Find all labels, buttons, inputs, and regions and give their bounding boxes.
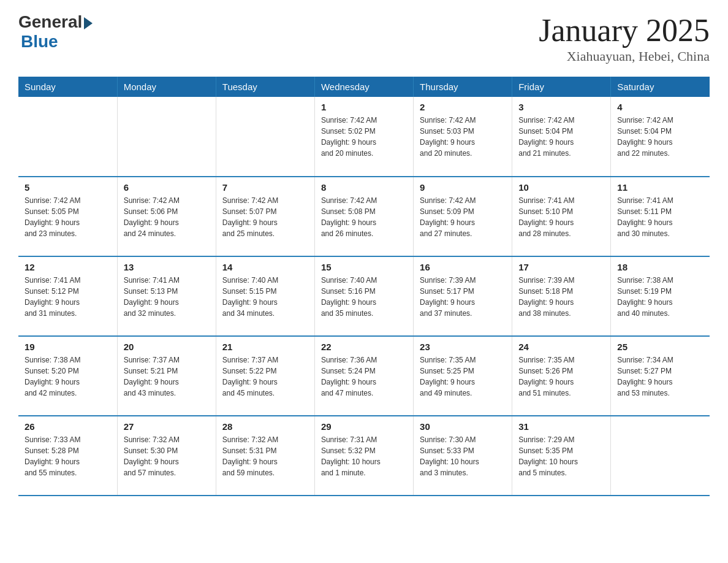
day-info: Sunrise: 7:30 AMSunset: 5:33 PMDaylight:…: [420, 434, 506, 478]
day-info: Sunrise: 7:42 AMSunset: 5:04 PMDaylight:…: [617, 115, 703, 159]
calendar-cell: 29Sunrise: 7:31 AMSunset: 5:32 PMDayligh…: [314, 416, 413, 496]
day-number: 26: [25, 421, 111, 432]
day-info: Sunrise: 7:40 AMSunset: 5:16 PMDaylight:…: [321, 275, 407, 319]
calendar-header-friday: Friday: [512, 77, 611, 97]
day-number: 23: [420, 342, 506, 352]
calendar-header-monday: Monday: [117, 77, 216, 97]
logo-general-text: General: [18, 12, 82, 32]
calendar-cell: 16Sunrise: 7:39 AMSunset: 5:17 PMDayligh…: [414, 256, 512, 336]
day-number: 4: [617, 102, 703, 112]
day-info: Sunrise: 7:35 AMSunset: 5:25 PMDaylight:…: [420, 354, 506, 399]
logo-arrow-icon: [84, 17, 93, 29]
day-info: Sunrise: 7:41 AMSunset: 5:10 PMDaylight:…: [518, 195, 604, 239]
day-info: Sunrise: 7:42 AMSunset: 5:03 PMDaylight:…: [420, 115, 506, 159]
day-number: 16: [420, 262, 506, 272]
day-info: Sunrise: 7:42 AMSunset: 5:04 PMDaylight:…: [518, 115, 604, 159]
day-info: Sunrise: 7:42 AMSunset: 5:08 PMDaylight:…: [321, 195, 407, 239]
calendar-cell: 20Sunrise: 7:37 AMSunset: 5:21 PMDayligh…: [117, 336, 216, 416]
calendar-header-thursday: Thursday: [414, 77, 512, 97]
calendar-cell: 24Sunrise: 7:35 AMSunset: 5:26 PMDayligh…: [512, 336, 611, 416]
calendar-cell: 30Sunrise: 7:30 AMSunset: 5:33 PMDayligh…: [414, 416, 512, 496]
calendar-cell: 19Sunrise: 7:38 AMSunset: 5:20 PMDayligh…: [18, 336, 117, 416]
day-info: Sunrise: 7:40 AMSunset: 5:15 PMDaylight:…: [222, 275, 308, 319]
calendar-cell: 18Sunrise: 7:38 AMSunset: 5:19 PMDayligh…: [611, 256, 710, 336]
calendar-cell: 17Sunrise: 7:39 AMSunset: 5:18 PMDayligh…: [512, 256, 611, 336]
calendar-cell: 23Sunrise: 7:35 AMSunset: 5:25 PMDayligh…: [414, 336, 512, 416]
calendar-cell: [18, 97, 117, 177]
day-info: Sunrise: 7:42 AMSunset: 5:06 PMDaylight:…: [124, 195, 210, 239]
day-number: 12: [25, 262, 111, 272]
calendar-cell: 1Sunrise: 7:42 AMSunset: 5:02 PMDaylight…: [314, 97, 413, 177]
calendar-cell: 6Sunrise: 7:42 AMSunset: 5:06 PMDaylight…: [117, 177, 216, 256]
calendar-cell: 5Sunrise: 7:42 AMSunset: 5:05 PMDaylight…: [18, 177, 117, 256]
day-number: 25: [617, 342, 703, 352]
calendar-cell: 2Sunrise: 7:42 AMSunset: 5:03 PMDaylight…: [414, 97, 512, 177]
calendar-cell: 4Sunrise: 7:42 AMSunset: 5:04 PMDaylight…: [611, 97, 710, 177]
calendar-cell: 27Sunrise: 7:32 AMSunset: 5:30 PMDayligh…: [117, 416, 216, 496]
day-info: Sunrise: 7:33 AMSunset: 5:28 PMDaylight:…: [25, 434, 111, 478]
day-number: 8: [321, 182, 407, 193]
calendar-header-tuesday: Tuesday: [216, 77, 314, 97]
calendar-subtitle: Xiahuayuan, Hebei, China: [539, 48, 710, 64]
day-info: Sunrise: 7:41 AMSunset: 5:13 PMDaylight:…: [124, 275, 210, 319]
calendar-cell: 14Sunrise: 7:40 AMSunset: 5:15 PMDayligh…: [216, 256, 314, 336]
calendar-header-wednesday: Wednesday: [314, 77, 413, 97]
day-info: Sunrise: 7:35 AMSunset: 5:26 PMDaylight:…: [518, 354, 604, 399]
calendar-week-row: 5Sunrise: 7:42 AMSunset: 5:05 PMDaylight…: [18, 177, 710, 256]
day-info: Sunrise: 7:41 AMSunset: 5:12 PMDaylight:…: [25, 275, 111, 319]
day-info: Sunrise: 7:32 AMSunset: 5:31 PMDaylight:…: [222, 434, 308, 478]
calendar-cell: 31Sunrise: 7:29 AMSunset: 5:35 PMDayligh…: [512, 416, 611, 496]
title-block: January 2025 Xiahuayuan, Hebei, China: [539, 12, 710, 64]
calendar-cell: 7Sunrise: 7:42 AMSunset: 5:07 PMDaylight…: [216, 177, 314, 256]
day-info: Sunrise: 7:38 AMSunset: 5:20 PMDaylight:…: [25, 354, 111, 399]
day-number: 21: [222, 342, 308, 352]
day-info: Sunrise: 7:42 AMSunset: 5:02 PMDaylight:…: [321, 115, 407, 159]
calendar-header-sunday: Sunday: [18, 77, 117, 97]
calendar-cell: [611, 416, 710, 496]
day-info: Sunrise: 7:41 AMSunset: 5:11 PMDaylight:…: [617, 195, 703, 239]
day-number: 2: [420, 102, 506, 112]
day-number: 22: [321, 342, 407, 352]
day-number: 20: [124, 342, 210, 352]
day-info: Sunrise: 7:42 AMSunset: 5:07 PMDaylight:…: [222, 195, 308, 239]
day-number: 3: [518, 102, 604, 112]
calendar-cell: 21Sunrise: 7:37 AMSunset: 5:22 PMDayligh…: [216, 336, 314, 416]
day-number: 31: [518, 421, 604, 432]
calendar-header-saturday: Saturday: [611, 77, 710, 97]
calendar-cell: 26Sunrise: 7:33 AMSunset: 5:28 PMDayligh…: [18, 416, 117, 496]
calendar-cell: 10Sunrise: 7:41 AMSunset: 5:10 PMDayligh…: [512, 177, 611, 256]
calendar-cell: 15Sunrise: 7:40 AMSunset: 5:16 PMDayligh…: [314, 256, 413, 336]
day-info: Sunrise: 7:29 AMSunset: 5:35 PMDaylight:…: [518, 434, 604, 478]
calendar-cell: 12Sunrise: 7:41 AMSunset: 5:12 PMDayligh…: [18, 256, 117, 336]
calendar-cell: [216, 97, 314, 177]
day-info: Sunrise: 7:42 AMSunset: 5:09 PMDaylight:…: [420, 195, 506, 239]
day-info: Sunrise: 7:42 AMSunset: 5:05 PMDaylight:…: [25, 195, 111, 239]
day-number: 29: [321, 421, 407, 432]
day-number: 10: [518, 182, 604, 193]
page-header: General Blue January 2025 Xiahuayuan, He…: [18, 12, 710, 64]
day-number: 18: [617, 262, 703, 272]
logo: General Blue: [18, 12, 93, 52]
calendar-week-row: 26Sunrise: 7:33 AMSunset: 5:28 PMDayligh…: [18, 416, 710, 496]
calendar-cell: 13Sunrise: 7:41 AMSunset: 5:13 PMDayligh…: [117, 256, 216, 336]
calendar-cell: 9Sunrise: 7:42 AMSunset: 5:09 PMDaylight…: [414, 177, 512, 256]
day-number: 11: [617, 182, 703, 193]
calendar-title: January 2025: [539, 12, 710, 48]
day-number: 19: [25, 342, 111, 352]
day-number: 24: [518, 342, 604, 352]
day-number: 13: [124, 262, 210, 272]
day-info: Sunrise: 7:38 AMSunset: 5:19 PMDaylight:…: [617, 275, 703, 319]
calendar-cell: 3Sunrise: 7:42 AMSunset: 5:04 PMDaylight…: [512, 97, 611, 177]
day-info: Sunrise: 7:32 AMSunset: 5:30 PMDaylight:…: [124, 434, 210, 478]
calendar-cell: 25Sunrise: 7:34 AMSunset: 5:27 PMDayligh…: [611, 336, 710, 416]
calendar-week-row: 12Sunrise: 7:41 AMSunset: 5:12 PMDayligh…: [18, 256, 710, 336]
logo-blue-text: Blue: [21, 32, 93, 52]
calendar-cell: 28Sunrise: 7:32 AMSunset: 5:31 PMDayligh…: [216, 416, 314, 496]
day-info: Sunrise: 7:39 AMSunset: 5:18 PMDaylight:…: [518, 275, 604, 319]
calendar-header-row: SundayMondayTuesdayWednesdayThursdayFrid…: [18, 77, 710, 97]
day-number: 17: [518, 262, 604, 272]
calendar-cell: [117, 97, 216, 177]
day-info: Sunrise: 7:37 AMSunset: 5:21 PMDaylight:…: [124, 354, 210, 399]
day-info: Sunrise: 7:31 AMSunset: 5:32 PMDaylight:…: [321, 434, 407, 478]
day-number: 1: [321, 102, 407, 112]
